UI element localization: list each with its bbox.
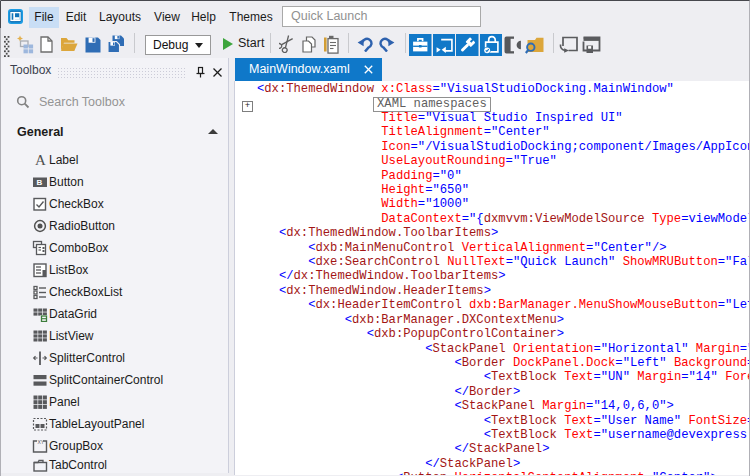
svg-text:B: B (37, 178, 43, 187)
svg-text:XY: XY (38, 439, 45, 445)
svg-text:A: A (35, 152, 46, 168)
